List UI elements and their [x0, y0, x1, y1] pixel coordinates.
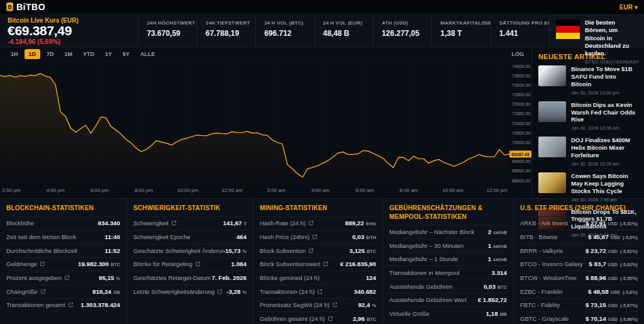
stat-value: 1,38 T — [440, 29, 487, 38]
row-value: 124 — [366, 274, 376, 281]
stats-panel: BLOCKCHAIN-STATISTIKENBlockhöhe934.340Ze… — [0, 199, 126, 324]
panel-row: Mediangebühr – 30 Minuten1sat/vB — [389, 238, 507, 252]
current-price-marker: 69387.49 — [509, 150, 531, 157]
etf-change: (-5,61%) — [620, 249, 638, 254]
live-price-block: Bitcoin Live Kurs (EUR) €69.387,49 -4.18… — [0, 14, 138, 47]
svg-text:73500.00: 73500.00 — [512, 74, 530, 78]
header-stats-strip: Bitcoin Live Kurs (EUR) €69.387,49 -4.18… — [0, 14, 644, 47]
news-section-title: NEUESTE ARTIKEL — [538, 53, 638, 60]
row-label: EZBC - Franklin — [520, 288, 563, 295]
range-button-1d[interactable]: 1D — [25, 49, 41, 59]
news-article[interactable]: DOJ Finalizes $400M Helix Bitcoin Mixer … — [538, 137, 638, 167]
currency-label: EUR — [619, 4, 633, 11]
row-label: Schwierigkeit Epoche — [133, 233, 191, 240]
live-price: €69.387,49 — [8, 24, 130, 38]
row-label[interactable]: Chaingröße — [6, 288, 46, 295]
news-article[interactable]: Bitcoin Dips as Kevin Warsh Fed Chair Od… — [538, 101, 638, 131]
row-label: Virtuelle Größe — [389, 310, 430, 317]
panel-row: Transaktionen gesamt1.303.378.424 — [6, 298, 120, 312]
etf-change: (-5,52%) — [620, 221, 638, 226]
log-scale-toggle[interactable]: LOG — [512, 51, 525, 57]
row-value: 464 — [236, 233, 247, 240]
news-article[interactable]: Binance To Move $1B SAFU Fund Into Bitco… — [538, 65, 638, 96]
bitbo-logo[interactable]: B BiTBO — [6, 2, 45, 12]
row-unit: $/TH — [366, 235, 376, 240]
row-label[interactable]: Hash Price (24hrs) — [260, 233, 318, 240]
row-label[interactable]: Geschätzte Schwierigkeit Änderung — [133, 247, 223, 254]
range-button-1h[interactable]: 1H — [6, 49, 23, 59]
row-value: 340.682 — [354, 288, 376, 295]
row-label[interactable]: Gebühren gesamt (24 h) — [260, 315, 333, 322]
row-label: FBTC - Fidelity — [520, 301, 560, 308]
row-label[interactable]: Geldmenge — [6, 260, 45, 267]
row-unit: USD — [611, 289, 620, 295]
row-label[interactable]: Hash-Rate (24 h) — [260, 220, 314, 226]
row-value: € 1.852,72 — [478, 296, 507, 303]
panel-row: Ausstehende Gebühren0,03BTC — [389, 279, 507, 293]
stat-value: 1.441 — [499, 29, 547, 38]
range-button-1m[interactable]: 1M — [60, 49, 77, 59]
row-label: Zeit seit dem letzten Block — [6, 233, 76, 240]
price-chart-canvas[interactable]: 74000.0073500.0073000.0072500.0072000.00… — [0, 61, 531, 184]
panel-row: FBTC - Fidelity$ 73,15USD(-5,67%) — [520, 298, 638, 312]
row-unit: USD — [608, 316, 618, 322]
stats-panel: GEBÜHRENSCHÄTZUNGEN & MEMPOOL-STATISTIKE… — [382, 199, 513, 324]
header-stat: 24H TIEFSTWERT 67.788,19 — [197, 14, 255, 47]
etf-change: (-5,67%) — [620, 303, 638, 308]
row-label[interactable]: Block Subvention — [260, 247, 314, 254]
external-link-icon — [308, 220, 314, 226]
row-unit: USD — [608, 303, 618, 308]
article-thumbnail — [538, 65, 566, 86]
row-label[interactable]: Transaktionen (24 h) — [260, 288, 323, 295]
row-label[interactable]: Schwierigkeit — [133, 220, 177, 226]
stat-value: 126.277,05 — [382, 29, 429, 38]
row-label[interactable]: Letzte Schwierigkeitsänderung — [133, 288, 223, 295]
row-label: BTCW - WisdomTree — [520, 274, 577, 281]
row-value: $ 83,7USD(-5,62%) — [589, 260, 638, 267]
panel-row: Chaingröße816,24GB — [6, 284, 120, 298]
row-value: 1sat/vB — [488, 255, 507, 262]
row-value: 92,4% — [358, 301, 376, 308]
panel-row: Hash Price (24hrs)0,03$/TH — [260, 230, 376, 243]
row-value: 1.084 — [231, 260, 247, 267]
price-chart-section: 1H1D7D1MYTD1Y5YALLE LOG 74000.0073500.00… — [0, 47, 531, 198]
external-link-icon — [64, 275, 70, 281]
article-title: Binance To Move $1B SAFU Fund Into Bitco… — [571, 65, 638, 88]
range-button-alle[interactable]: ALLE — [136, 49, 160, 59]
row-label[interactable]: Transaktionen gesamt — [6, 301, 74, 308]
row-label[interactable]: Prozent ausgegeben — [6, 274, 70, 281]
svg-text:68000.00: 68000.00 — [512, 179, 530, 183]
row-label: Ausstehende Gebühren Wert — [389, 296, 467, 303]
row-value: 95,15% — [99, 274, 120, 281]
row-label[interactable]: Geschätztes Retarget-Datum — [133, 274, 211, 281]
range-button-ytd[interactable]: YTD — [79, 49, 99, 59]
stat-value: 67.788,19 — [206, 29, 253, 38]
germany-exchanges-banner[interactable]: Die besten Börsen, um Bitcoin in Deutsch… — [549, 14, 644, 47]
panel-row: Blöcke gemined (24 h)124 — [260, 271, 376, 284]
range-button-7d[interactable]: 7D — [42, 49, 58, 59]
range-button-5y[interactable]: 5Y — [118, 49, 134, 59]
row-value: 1,18MB — [486, 310, 507, 317]
currency-selector[interactable]: EUR ▾ — [619, 4, 638, 11]
article-date: Jan 30, 2026 12:00 pm — [571, 90, 638, 96]
news-article[interactable]: Cowen Says Bitcoin May Keep Lagging Stoc… — [538, 172, 638, 203]
x-tick-label: 6:00 pm — [91, 187, 109, 193]
panel-row: Virtuelle Größe1,18MB — [389, 306, 507, 320]
stat-label: MARKTKAPITALISIERUNG — [440, 20, 487, 26]
panel-title: SCHWIERIGKEIT-STATISTIK — [133, 199, 247, 216]
row-unit: MB — [500, 311, 507, 317]
row-label[interactable]: Prozentsatz SegWit (24 h) — [260, 301, 338, 308]
row-unit: BTC — [367, 249, 376, 254]
row-label[interactable]: Blöcke für Retargeting — [133, 260, 201, 267]
row-label[interactable]: Block Subventionswert — [260, 260, 328, 267]
stat-value: 696.712 — [264, 29, 311, 38]
row-unit: BTC — [367, 316, 376, 322]
row-value: 11:52 — [104, 247, 120, 254]
row-value: $ 27,91USD(-5,52%) — [586, 220, 638, 226]
row-label: Mediangebühr – Nächster Block — [389, 228, 474, 235]
row-unit: sat/vB — [493, 243, 507, 249]
x-tick-label: 12:00 am — [221, 187, 242, 193]
top-navigation-bar: B BiTBO EUR ▾ — [0, 0, 644, 14]
time-range-group: 1H1D7D1MYTD1Y5YALLE — [6, 49, 160, 59]
range-button-1y[interactable]: 1Y — [101, 49, 116, 59]
